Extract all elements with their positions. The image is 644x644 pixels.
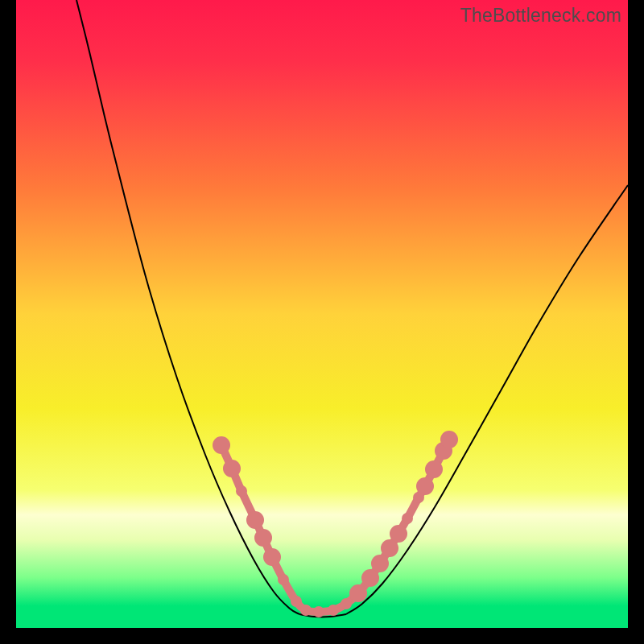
bead-dot [416,477,434,495]
bead-dot [402,513,413,524]
watermark-text: TheBottleneck.com [460,5,621,27]
bead-dot [213,436,230,454]
bead-dot [300,605,312,616]
bead-dot [291,596,302,607]
bead-dot [278,574,289,585]
bead-dot [371,555,389,572]
gradient-background [16,0,628,628]
bead-dot [263,548,281,566]
bead-dot [440,431,458,448]
chart-frame: TheBottleneck.com [16,0,628,628]
bead-dot [236,485,247,497]
bead-dot [246,511,264,529]
bead-dot [223,460,241,477]
bead-dot [341,598,352,609]
bead-dot [254,529,272,547]
bead-dot [349,584,367,602]
bottleneck-chart [16,0,628,628]
bead-dot [390,525,407,543]
bead-dot [425,460,443,478]
bead-dot [328,605,339,616]
bead-dot [313,606,324,617]
bead-dot [361,569,379,587]
